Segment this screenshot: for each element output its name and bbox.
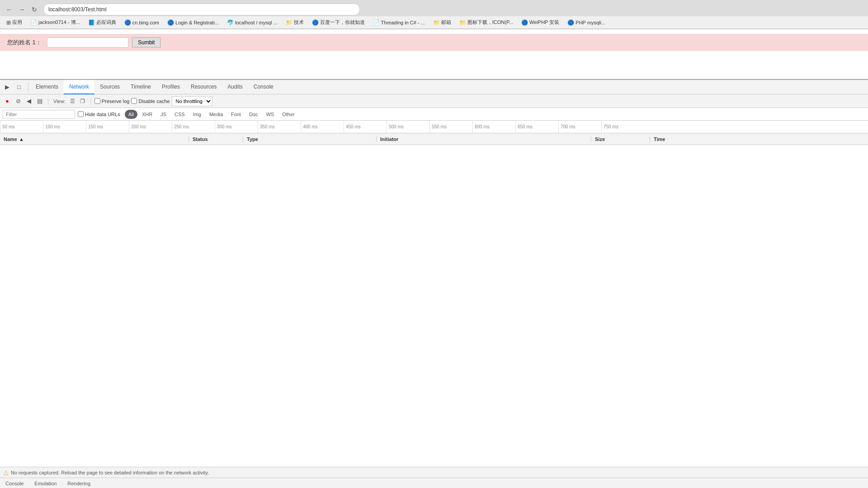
bottom-tab-console[interactable]: Console — [4, 481, 25, 486]
bookmark-icon: 🔵 — [124, 19, 131, 26]
filter-type-other[interactable]: Other — [278, 110, 298, 119]
tab-bar: ← → ↻ localhost:8003/Test.html — [0, 0, 868, 16]
bookmark-item[interactable]: 🔵百度一下，你就知道 — [309, 18, 368, 27]
timeline-ruler: 50 ms100 ms150 ms200 ms250 ms300 ms350 m… — [0, 121, 868, 133]
filter-type-js[interactable]: JS — [157, 110, 170, 119]
capture-screenshot-button[interactable]: ▤ — [35, 97, 44, 106]
bookmark-item[interactable]: 📘必应词典 — [85, 18, 119, 27]
record-button[interactable]: ● — [3, 97, 12, 106]
bookmark-label: jackson0714 - 博... — [38, 19, 80, 26]
ruler-tick: 200 ms — [129, 121, 172, 133]
inspect-element-button[interactable]: ▶ — [2, 82, 13, 93]
dock-button[interactable]: □ — [14, 82, 24, 93]
th-initiator[interactable]: Initiator — [377, 136, 591, 142]
bookmark-item[interactable]: ⊞应用 — [4, 18, 25, 27]
bookmark-label: WeiPHP 安装 — [529, 19, 559, 26]
forward-button[interactable]: → — [16, 4, 27, 15]
filter-input[interactable] — [3, 110, 75, 119]
devtools-tab-profiles[interactable]: Profiles — [156, 80, 185, 94]
bookmark-item[interactable]: 📁技术 — [283, 18, 307, 27]
filter-type-ws[interactable]: WS — [262, 110, 278, 119]
hide-data-urls-checkbox[interactable] — [78, 111, 84, 117]
filter-bar: Hide data URLs AllXHRJSCSSImgMediaFontDo… — [0, 108, 868, 121]
separator1 — [48, 98, 48, 105]
address-bar[interactable]: localhost:8003/Test.html — [43, 4, 360, 15]
filter-type-xhr[interactable]: XHR — [138, 110, 156, 119]
ruler-tick: 300 ms — [215, 121, 258, 133]
bookmark-item[interactable]: 📄jackson0714 - 博... — [28, 18, 83, 27]
th-name[interactable]: Name ▲ — [0, 136, 189, 142]
devtools-tab-network[interactable]: Network — [64, 80, 94, 94]
large-view-button[interactable]: ❒ — [79, 97, 87, 105]
filter-type-font[interactable]: Font — [227, 110, 245, 119]
th-time[interactable]: Time — [650, 136, 868, 142]
bookmark-item[interactable]: 🔵Login & Registrati... — [165, 19, 222, 27]
throttle-select[interactable]: No throttling — [172, 96, 212, 106]
sort-arrow-icon: ▲ — [19, 136, 24, 142]
bookmark-label: 图标下载，ICON(P... — [467, 19, 513, 26]
bottom-tab-rendering[interactable]: Rendering — [66, 481, 92, 486]
form-label: 您的姓名 1： — [7, 38, 43, 47]
bookmark-label: 邮箱 — [441, 19, 451, 26]
preserve-log-checkbox[interactable] — [94, 98, 100, 104]
bookmark-icon: 📁 — [433, 19, 440, 26]
devtools-tabs: ElementsNetworkSourcesTimelineProfilesRe… — [30, 80, 279, 94]
ruler-tick: 600 ms — [472, 121, 515, 133]
ruler-tick: 450 ms — [344, 121, 387, 133]
bookmark-label: PHP mysqli... — [576, 20, 605, 25]
hide-data-urls-label[interactable]: Hide data URLs — [78, 111, 120, 117]
bookmark-item[interactable]: 🔵PHP mysqli... — [565, 19, 608, 27]
filter-type-all[interactable]: All — [125, 110, 137, 119]
nav-buttons: ← → ↻ — [4, 4, 40, 15]
bookmark-item[interactable]: 📁邮箱 — [430, 18, 454, 27]
reload-button[interactable]: ↻ — [29, 4, 40, 15]
bookmark-item[interactable]: 🔵WeiPHP 安装 — [519, 18, 562, 27]
ruler-tick: 50 ms — [0, 121, 43, 133]
bookmark-label: 百度一下，你就知道 — [320, 19, 365, 26]
devtools-tab-audits[interactable]: Audits — [222, 80, 248, 94]
filter-toggle-button[interactable]: ◀ — [24, 97, 33, 106]
bookmark-label: localhost / mysql ... — [235, 20, 278, 25]
bottom-tab-emulation[interactable]: Emulation — [33, 481, 58, 486]
filter-type-img[interactable]: Img — [189, 110, 205, 119]
bookmark-item[interactable]: 📁图标下载，ICON(P... — [457, 18, 516, 27]
filter-type-css[interactable]: CSS — [171, 110, 189, 119]
th-status[interactable]: Status — [189, 136, 243, 142]
devtools-tab-sources[interactable]: Sources — [94, 80, 125, 94]
separator2 — [90, 98, 91, 105]
browser-chrome: ← → ↻ localhost:8003/Test.html ⊞应用📄jacks… — [0, 0, 868, 29]
th-type[interactable]: Type — [243, 136, 377, 142]
bookmark-item[interactable]: 🔵cn.bing.com — [122, 19, 162, 27]
list-view-button[interactable]: ☰ — [69, 97, 77, 105]
back-button[interactable]: ← — [4, 4, 14, 15]
bookmark-item[interactable]: 📄Threading in C# - ... — [370, 19, 428, 27]
devtools-tab-console[interactable]: Console — [248, 80, 279, 94]
status-message: No requests captured. Reload the page to… — [11, 470, 209, 475]
filter-type-doc[interactable]: Doc — [245, 110, 262, 119]
devtools-tab-timeline[interactable]: Timeline — [125, 80, 156, 94]
table-header: Name ▲ Status Type Initiator Size Time — [0, 133, 868, 145]
clear-button[interactable]: ⊘ — [14, 97, 23, 106]
ruler-tick: 350 ms — [258, 121, 301, 133]
ruler-tick: 100 ms — [43, 121, 86, 133]
devtools-tab-elements[interactable]: Elements — [30, 80, 64, 94]
bookmark-icon: 🔵 — [567, 19, 574, 26]
preserve-log-label[interactable]: Preserve log — [94, 98, 130, 104]
network-toolbar: ● ⊘ ◀ ▤ View: ☰ ❒ Preserve log Disable c… — [0, 94, 868, 108]
bookmarks-bar: ⊞应用📄jackson0714 - 博...📘必应词典🔵cn.bing.com🔵… — [0, 16, 868, 29]
devtools-tab-resources[interactable]: Resources — [185, 80, 222, 94]
disable-cache-checkbox[interactable] — [131, 98, 137, 104]
bookmark-icon: 🐬 — [227, 19, 234, 26]
bookmark-icon: 📄 — [373, 19, 380, 26]
page-content: 您的姓名 1： Sumbit — [0, 29, 868, 79]
ruler-tick: 650 ms — [515, 121, 558, 133]
bookmark-icon: ⊞ — [6, 19, 11, 26]
name-input[interactable] — [47, 38, 128, 47]
filter-type-media[interactable]: Media — [206, 110, 226, 119]
bookmark-item[interactable]: 🐬localhost / mysql ... — [224, 19, 280, 27]
submit-button[interactable]: Sumbit — [132, 38, 160, 47]
disable-cache-label[interactable]: Disable cache — [131, 98, 170, 104]
bookmark-label: cn.bing.com — [132, 20, 159, 25]
ruler-tick: 150 ms — [86, 121, 129, 133]
th-size[interactable]: Size — [591, 136, 650, 142]
